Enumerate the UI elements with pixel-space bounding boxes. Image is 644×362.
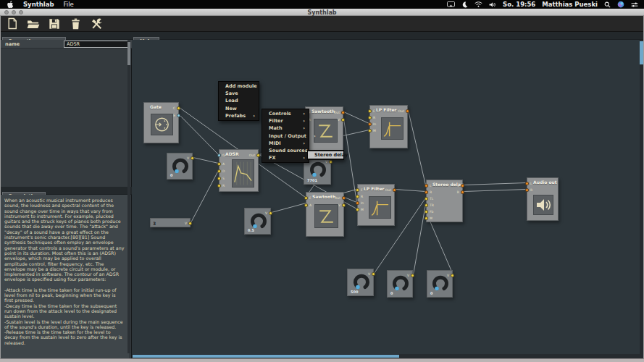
- port-m[interactable]: [425, 216, 428, 220]
- canvas-horizontal-scrollbar-thumb[interactable]: [133, 355, 399, 358]
- port-m[interactable]: [368, 129, 372, 132]
- new-file-button[interactable]: [5, 17, 20, 30]
- delete-button[interactable]: [68, 17, 83, 30]
- port-v[interactable]: [191, 156, 194, 160]
- properties-scrollbar-thumb[interactable]: [127, 42, 130, 65]
- port-tl[interactable]: [425, 197, 428, 201]
- port-out[interactable]: [406, 109, 409, 113]
- module-knob-05[interactable]: 0.5V: [244, 208, 271, 235]
- port-fb[interactable]: [425, 210, 428, 214]
- module-sawtooth-2[interactable]: SawtoothFAOutV: [306, 192, 344, 237]
- port-v[interactable]: [411, 274, 414, 277]
- port-r[interactable]: [425, 190, 428, 194]
- menu-item-add-module[interactable]: Add module: [219, 83, 259, 90]
- port-s[interactable]: [217, 177, 221, 180]
- port-in[interactable]: [356, 201, 359, 205]
- menubar-clock[interactable]: So. 19:56: [503, 1, 535, 8]
- name-input[interactable]: [64, 41, 128, 48]
- do-not-disturb-moon-icon[interactable]: [461, 1, 468, 8]
- port-a[interactable]: [304, 203, 308, 207]
- port-v[interactable]: [188, 222, 192, 225]
- module-adsr[interactable]: ADSRGADSROut: [219, 149, 259, 192]
- port-label: Out: [334, 111, 340, 114]
- prefabs-item-fx[interactable]: FX›: [262, 154, 309, 161]
- wifi-icon[interactable]: [474, 1, 482, 7]
- port-v[interactable]: [269, 211, 272, 215]
- module-knob-500[interactable]: 500V: [347, 269, 374, 296]
- port-out[interactable]: [341, 111, 345, 114]
- prefabs-item-sound-sources[interactable]: Sound sources›: [262, 147, 309, 154]
- port-label: In: [373, 122, 376, 126]
- menubar-app-name[interactable]: Synthlab: [23, 1, 54, 8]
- port-r[interactable]: [356, 195, 359, 198]
- port-f[interactable]: [356, 188, 359, 192]
- port-l[interactable]: [461, 184, 464, 188]
- port-d[interactable]: [217, 169, 221, 173]
- module-knob-0c[interactable]: 0V: [427, 270, 453, 298]
- port-m[interactable]: [356, 208, 359, 211]
- tools-button[interactable]: [89, 17, 104, 30]
- module-sawtooth-1[interactable]: SawtoothFAOutV: [305, 106, 343, 151]
- menu-item-new[interactable]: New: [219, 105, 259, 112]
- port-g[interactable]: [217, 153, 221, 157]
- module-audio-out[interactable]: Audio outLR: [527, 177, 559, 221]
- prefabs-item-input-output[interactable]: Input / Output›: [262, 132, 309, 140]
- module-knob-0b[interactable]: 0V: [387, 270, 413, 298]
- apple-menu-icon[interactable]: [7, 1, 14, 8]
- save-button[interactable]: [47, 17, 62, 30]
- volume-icon[interactable]: [489, 1, 496, 8]
- display-mirroring-icon[interactable]: [447, 1, 455, 7]
- port-v[interactable]: [341, 118, 345, 122]
- menu-item-prefabs[interactable]: Prefabs›: [219, 112, 259, 119]
- port-r[interactable]: [461, 190, 464, 194]
- module-title: Gate: [150, 104, 162, 109]
- prefabs-item-filter[interactable]: Filter›: [262, 117, 309, 125]
- patch-canvas[interactable]: GateCE0VADSRGADSROut3V0.5VSawtoothFAOutV…: [132, 40, 643, 354]
- port-a[interactable]: [217, 162, 221, 166]
- notification-center-icon[interactable]: [631, 1, 638, 8]
- prefabs-submenu: Controls›Filter›Math›Input / Output›MIDI…: [262, 109, 309, 163]
- port-c[interactable]: [177, 106, 180, 110]
- port-label: A: [222, 162, 225, 166]
- port-r[interactable]: [525, 188, 529, 192]
- port-label: F: [373, 109, 375, 113]
- port-label: S: [222, 177, 225, 180]
- port-r[interactable]: [368, 116, 372, 119]
- module-lp-filter-1[interactable]: LP FilterFRInMOut: [369, 105, 408, 148]
- prefabs-item-midi[interactable]: MIDI›: [262, 140, 309, 147]
- port-v[interactable]: [451, 274, 454, 277]
- module-gate[interactable]: GateCE: [143, 102, 179, 143]
- menu-item-load[interactable]: Load: [219, 97, 259, 104]
- module-lp-filter-2[interactable]: LP FilterFRInMOut: [357, 184, 395, 226]
- port-r[interactable]: [217, 184, 221, 188]
- port-v[interactable]: [342, 203, 346, 207]
- menubar-menu-file[interactable]: File: [64, 1, 74, 8]
- port-tr[interactable]: [425, 203, 428, 207]
- port-v[interactable]: [372, 272, 375, 276]
- port-in[interactable]: [368, 122, 372, 126]
- port-f[interactable]: [368, 109, 372, 113]
- menu-item-save[interactable]: Save: [219, 90, 259, 97]
- menubar-user-name[interactable]: Matthias Pueski: [542, 1, 598, 8]
- port-l[interactable]: [425, 184, 428, 188]
- prefabs-item-math[interactable]: Math›: [262, 125, 309, 132]
- description-paragraph: -Attack time is the time taken for initi…: [4, 287, 125, 303]
- lp-icon: [381, 117, 403, 140]
- canvas-vertical-scrollbar-thumb[interactable]: [640, 41, 643, 64]
- port-out[interactable]: [342, 196, 346, 200]
- port-out[interactable]: [256, 153, 260, 157]
- spotlight-search-icon[interactable]: [604, 1, 611, 8]
- port-l[interactable]: [525, 182, 529, 185]
- port-out[interactable]: [393, 188, 396, 192]
- open-button[interactable]: [26, 17, 41, 30]
- port-e[interactable]: [177, 114, 180, 117]
- port-f[interactable]: [304, 196, 308, 200]
- module-slider-3[interactable]: 3V: [150, 218, 191, 227]
- fx-item-stereo-delay[interactable]: Stereo delay: [308, 151, 343, 159]
- port-v[interactable]: [329, 160, 333, 164]
- module-knob-gate[interactable]: 0V: [167, 153, 193, 180]
- siri-icon[interactable]: [617, 1, 624, 8]
- prefabs-item-controls[interactable]: Controls›: [262, 110, 309, 117]
- port-label: R: [530, 188, 532, 192]
- module-stereo-delay[interactable]: Stereo delayLRTLTRFbMLR: [426, 180, 463, 222]
